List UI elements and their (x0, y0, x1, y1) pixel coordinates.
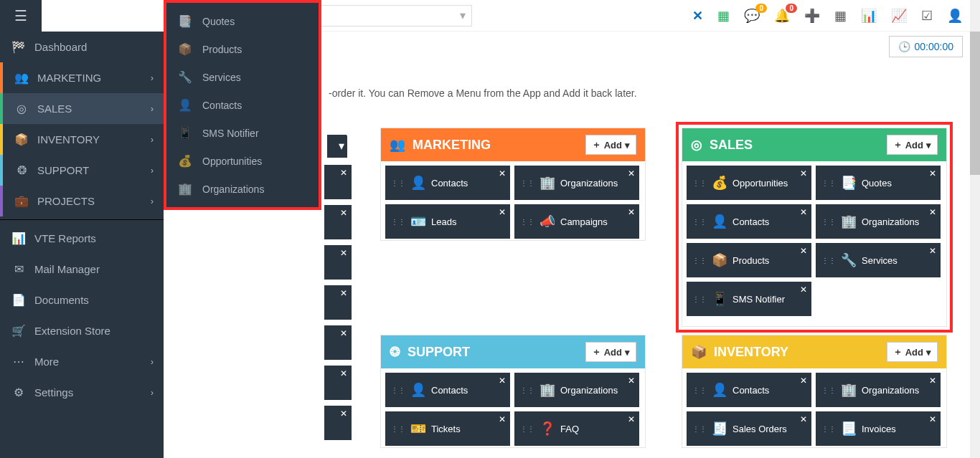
submenu-services[interactable]: 🔧Services (166, 63, 319, 91)
scrollbar[interactable] (970, 0, 980, 458)
plus-icon[interactable]: ➕ (804, 8, 820, 24)
drag-icon[interactable]: ⋮⋮ (520, 386, 534, 394)
bar-chart-icon[interactable]: 📊 (861, 8, 877, 24)
close-icon[interactable]: ✕ (499, 168, 506, 178)
card-contacts[interactable]: ⋮⋮👤Contacts✕ (687, 373, 811, 407)
card-organizations[interactable]: ⋮⋮🏢Organizations✕ (816, 373, 941, 407)
partial-card[interactable]: ✕ (324, 325, 352, 360)
sidebar-item-extension-store[interactable]: 🛒Extension Store (0, 315, 164, 346)
drag-icon[interactable]: ⋮⋮ (391, 425, 405, 433)
sidebar-item-settings[interactable]: ⚙Settings› (0, 377, 164, 408)
drag-icon[interactable]: ⋮⋮ (821, 218, 836, 226)
card-contacts[interactable]: ⋮⋮👤Contacts✕ (385, 373, 510, 407)
close-icon[interactable]: ✕ (628, 414, 635, 424)
submenu-products[interactable]: 📦Products (166, 35, 319, 63)
add-button[interactable]: ＋Add▾ (887, 342, 938, 362)
card-leads[interactable]: ⋮⋮🪪Leads✕ (385, 204, 510, 239)
close-icon[interactable]: ✕ (499, 414, 506, 424)
card-tickets[interactable]: ⋮⋮🎫Tickets✕ (385, 411, 510, 446)
drag-icon[interactable]: ⋮⋮ (821, 425, 836, 433)
card-opportunities[interactable]: ⋮⋮💰Opportunities✕ (687, 166, 811, 200)
card-invoices[interactable]: ⋮⋮📃Invoices✕ (816, 411, 941, 446)
bell-icon[interactable]: 🔔0 (774, 8, 790, 24)
user-icon[interactable]: 👤 (947, 8, 963, 24)
drag-icon[interactable]: ⋮⋮ (821, 179, 836, 187)
timer-widget[interactable]: 🕒 00:00:00 (889, 36, 963, 57)
submenu-sms-notifier[interactable]: 📱SMS Notifier (166, 119, 319, 147)
drag-icon[interactable]: ⋮⋮ (692, 257, 707, 264)
close-icon[interactable]: ✕ (340, 409, 347, 419)
drag-icon[interactable]: ⋮⋮ (520, 425, 534, 433)
close-icon[interactable]: ✕ (628, 207, 635, 217)
close-icon[interactable]: ✕ (800, 246, 807, 256)
card-quotes[interactable]: ⋮⋮📑Quotes✕ (816, 166, 941, 200)
close-icon[interactable]: ✕ (340, 328, 347, 338)
drag-icon[interactable]: ⋮⋮ (692, 295, 707, 303)
drag-icon[interactable]: ⋮⋮ (692, 218, 707, 226)
close-icon[interactable]: ✕ (340, 288, 347, 298)
card-services[interactable]: ⋮⋮🔧Services✕ (816, 243, 941, 277)
close-icon[interactable]: ✕ (340, 208, 347, 218)
drag-icon[interactable]: ⋮⋮ (520, 179, 534, 187)
hamburger-button[interactable]: ☰ (0, 0, 42, 32)
close-icon[interactable]: ✕ (499, 376, 506, 386)
partial-dropdown[interactable]: ▾ (327, 135, 347, 158)
close-icon[interactable]: ✕ (628, 376, 635, 386)
sidebar-item-sales[interactable]: ◎SALES› (0, 93, 164, 124)
close-icon[interactable]: ✕ (628, 168, 635, 178)
close-icon[interactable]: ✕ (340, 248, 347, 258)
close-icon[interactable]: ✕ (800, 285, 807, 295)
close-icon[interactable]: ✕ (340, 168, 347, 178)
drag-icon[interactable]: ⋮⋮ (692, 425, 707, 433)
submenu-opportunities[interactable]: 💰Opportunities (166, 147, 319, 175)
card-sales-orders[interactable]: ⋮⋮🧾Sales Orders✕ (687, 411, 811, 446)
close-icon[interactable]: ✕ (800, 207, 807, 217)
close-icon[interactable]: ✕ (929, 376, 936, 386)
add-button[interactable]: ＋Add▾ (887, 135, 938, 155)
partial-card[interactable]: ✕ (324, 406, 352, 440)
card-organizations[interactable]: ⋮⋮🏢Organizations✕ (514, 166, 639, 200)
drag-icon[interactable]: ⋮⋮ (391, 218, 405, 226)
drag-icon[interactable]: ⋮⋮ (391, 386, 405, 394)
card-organizations[interactable]: ⋮⋮🏢Organizations✕ (816, 204, 941, 239)
close-icon[interactable]: ✕ (800, 414, 807, 424)
card-contacts[interactable]: ⋮⋮👤Contacts✕ (687, 204, 811, 239)
partial-card[interactable]: ✕ (324, 285, 352, 320)
chat-icon[interactable]: 💬0 (744, 8, 760, 24)
close-icon[interactable]: ✕ (929, 414, 936, 424)
close-icon[interactable]: ✕ (929, 207, 936, 217)
drag-icon[interactable]: ⋮⋮ (692, 179, 707, 187)
card-campaigns[interactable]: ⋮⋮📣Campaigns✕ (514, 204, 639, 239)
card-contacts[interactable]: ⋮⋮👤Contacts✕ (385, 166, 510, 200)
sidebar-item-inventory[interactable]: 📦INVENTORY› (0, 124, 164, 155)
card-faq[interactable]: ⋮⋮❓FAQ✕ (514, 411, 639, 446)
sidebar-item-vte-reports[interactable]: 📊VTE Reports (0, 223, 164, 254)
submenu-organizations[interactable]: 🏢Organizations (166, 175, 319, 203)
sidebar-item-projects[interactable]: 💼PROJECTS› (0, 186, 164, 216)
close-icon[interactable]: ✕ (929, 168, 936, 178)
submenu-contacts[interactable]: 👤Contacts (166, 91, 319, 119)
sidebar-item-marketing[interactable]: 👥MARKETING› (0, 62, 164, 93)
calendar-icon[interactable]: ▦ (834, 8, 847, 24)
close-icon[interactable]: ✕ (800, 376, 807, 386)
app-logo-icon[interactable]: ✕ (692, 8, 703, 24)
card-sms-notifier[interactable]: ⋮⋮📱SMS Notifier✕ (687, 282, 811, 316)
drag-icon[interactable]: ⋮⋮ (821, 257, 836, 264)
drag-icon[interactable]: ⋮⋮ (391, 179, 405, 187)
card-organizations[interactable]: ⋮⋮🏢Organizations✕ (514, 373, 639, 407)
add-button[interactable]: ＋Add▾ (585, 342, 636, 362)
add-button[interactable]: ＋Add▾ (585, 135, 636, 155)
submenu-quotes[interactable]: 📑Quotes (166, 7, 319, 35)
sidebar-item-mail-manager[interactable]: ✉Mail Manager (0, 254, 164, 285)
close-icon[interactable]: ✕ (929, 246, 936, 256)
checkbox-icon[interactable]: ☑ (921, 8, 933, 24)
sidebar-item-more[interactable]: ⋯More› (0, 346, 164, 377)
close-icon[interactable]: ✕ (800, 168, 807, 178)
drag-icon[interactable]: ⋮⋮ (520, 218, 534, 226)
partial-card[interactable]: ✕ (324, 245, 352, 280)
sidebar-item-dashboard[interactable]: 🏁Dashboard (0, 32, 164, 62)
sidebar-item-documents[interactable]: 📄Documents (0, 285, 164, 315)
close-icon[interactable]: ✕ (340, 368, 347, 378)
card-products[interactable]: ⋮⋮📦Products✕ (687, 243, 811, 277)
drag-icon[interactable]: ⋮⋮ (692, 386, 707, 394)
